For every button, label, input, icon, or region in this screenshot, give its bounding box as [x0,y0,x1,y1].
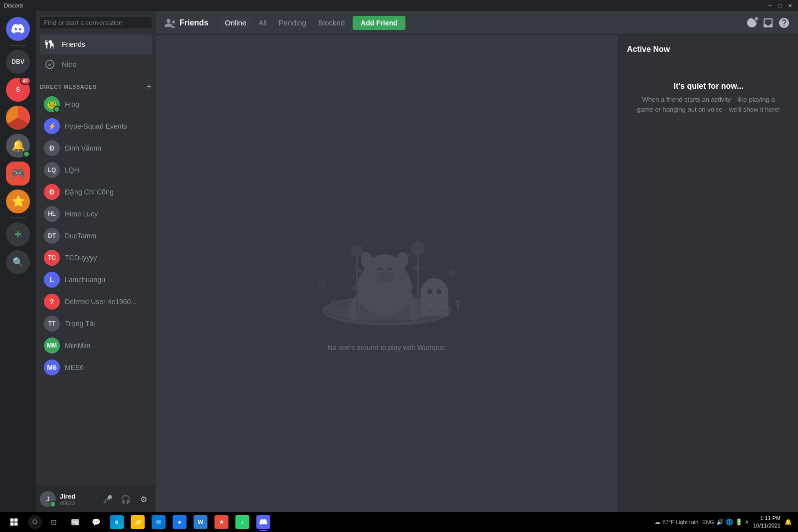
task-view-button[interactable]: ⊡ [44,512,64,532]
dm-item-lamchuangu[interactable]: L Lamchuangu [40,269,152,291]
svg-point-0 [46,60,54,69]
dm-item-mee6[interactable]: M6 MEE6 [40,356,152,378]
title-bar-controls: ─ □ ✕ [766,1,794,9]
taskbar-discord-active[interactable] [253,512,273,532]
word-icon: W [194,515,207,529]
add-server-icon: + [14,227,21,241]
discord-home-button[interactable] [6,17,30,41]
wumpus-illustration [282,196,492,336]
svg-rect-32 [10,523,14,526]
svg-point-11 [436,289,441,294]
taskbar-mail[interactable]: ✉ [149,512,169,532]
chat-button[interactable]: 💬 [86,512,106,532]
help-button[interactable] [778,17,790,29]
taskbar-edge[interactable]: e [107,512,127,532]
server-dbv[interactable]: DBV [6,50,30,74]
tab-online[interactable]: Online [221,16,250,29]
dm-lamchuangu-name: Lamchuangu [65,276,105,284]
user-panel: J Jired #0622 🎤 🎧 ⚙ [36,486,156,512]
dm-item-lqh[interactable]: LQ LQH [40,159,152,181]
dm-deleted-user-name: Deleted User 4e1960... [65,298,137,306]
taskbar-edge2[interactable]: ● [170,512,190,532]
dm-dinh-vannn-name: Đinh Vănnn [65,144,101,152]
dm-avatar-frog: 🐸 [44,96,60,112]
volume-icon[interactable]: 🔊 [716,519,724,526]
active-now-quiet: It's quiet for now... When a friend star… [627,62,790,134]
minimize-button[interactable]: ─ [766,1,774,9]
dm-hype-squad-name: Hype-Squad Events [65,122,127,130]
close-button[interactable]: ✕ [786,1,794,9]
dm-item-ductamm[interactable]: DT DucTamm [40,225,152,247]
active-now-quiet-title: It's quiet for now... [637,82,780,91]
taskbar-explorer[interactable]: 📁 [128,512,148,532]
taskbar-search[interactable] [28,515,42,529]
taskbar-clock: 1:11 PM 10/11/2021 [751,515,783,530]
mute-button[interactable]: 🎤 [100,491,116,507]
dm-item-dang-chi-cong[interactable]: Đ Đặng Chí Công [40,181,152,203]
start-button[interactable] [2,512,26,532]
dm-avatar-hime-lucy: HL [44,206,60,222]
server-s3[interactable]: 🔔 [6,134,30,158]
dm-avatar-trong-tai: TT [44,316,60,332]
svg-rect-20 [356,256,358,316]
sidebar-item-nitro[interactable]: Nitro [40,54,152,74]
server-s5[interactable]: ⭐ [6,189,30,213]
dm-avatar-tcduyyyy: TC [44,250,60,266]
deafen-button[interactable]: 🎧 [118,491,134,507]
dm-item-hype-squad[interactable]: ⚡ Hype-Squad Events [40,115,152,137]
app2-icon: ♪ [235,515,249,529]
task-view-icon: ⊡ [51,518,57,526]
notifications-icon[interactable]: 🔔 [785,519,792,526]
add-friend-button[interactable]: Add Friend [353,16,405,30]
taskbar-word[interactable]: W [191,512,210,532]
network-icon[interactable]: 🌐 [726,519,733,526]
dm-item-deleted-user[interactable]: ? Deleted User 4e1960... [40,291,152,313]
svg-point-18 [448,270,455,277]
taskbar-app1[interactable]: ★ [211,512,231,532]
tab-blocked[interactable]: Blocked [314,16,349,29]
main-content: Friends Online All Pending Blocked Add F… [156,11,798,512]
server-s3-indicator [23,151,30,158]
maximize-button[interactable]: □ [776,1,784,9]
server-s2[interactable] [6,106,30,130]
server-s1-label: S [16,86,20,93]
dm-item-trong-tai[interactable]: TT Trọng Tài [40,313,152,335]
battery-icon[interactable]: 🔋 [735,519,743,526]
widgets-button[interactable]: 📰 [65,512,85,532]
dm-item-miinmiin[interactable]: MM MiinMiin [40,335,152,356]
new-group-dm-button[interactable] [746,17,758,29]
expand-tray-icon[interactable]: ∧ [745,519,749,526]
dm-item-hime-lucy[interactable]: HL Hime Lucy [40,203,152,225]
dm-item-frog[interactable]: 🐸 Frog [40,93,152,115]
friends-label: Friends [62,40,85,48]
sidebar-item-friends[interactable]: Friends [40,34,152,54]
no-friends-text: No one's around to play with Wumpus. [328,344,447,352]
svg-rect-33 [14,523,18,526]
settings-button[interactable]: ⚙ [136,491,152,507]
mail-icon: ✉ [152,515,166,529]
server-s5-icon: ⭐ [11,195,25,208]
inbox-button[interactable] [762,17,774,29]
lang-text: ENG [702,519,714,525]
search-input-wrap[interactable] [40,17,152,28]
svg-rect-31 [14,519,18,522]
taskbar-app2[interactable]: ♪ [232,512,252,532]
discovery-button[interactable]: 🔍 [6,250,30,274]
add-server-button[interactable]: + [6,222,30,246]
dm-list: 🐸 Frog ⚡ Hype-Squad Events Đ Đinh Vănnn [36,93,156,486]
dm-item-tcduyyyy[interactable]: TC TCDuyyyy [40,247,152,269]
add-dm-button[interactable]: + [146,82,152,91]
dm-item-dinh-vannn[interactable]: Đ Đinh Vănnn [40,137,152,159]
tab-all[interactable]: All [254,16,271,29]
tab-pending[interactable]: Pending [275,16,310,29]
nitro-icon [44,58,56,70]
weather-text: 87°F Light rain [662,519,698,525]
search-input[interactable] [44,19,148,26]
server-s4[interactable]: 🎮 [6,162,30,185]
server-s1[interactable]: S 41 [6,78,30,102]
active-now-sidebar: Active Now It's quiet for now... When a … [618,35,798,512]
top-bar: Friends Online All Pending Blocked Add F… [156,11,798,35]
dm-avatar-dang-chi-cong: Đ [44,184,60,200]
dm-section-header: DIRECT MESSAGES + [36,74,156,93]
server-divider-2 [10,217,26,218]
